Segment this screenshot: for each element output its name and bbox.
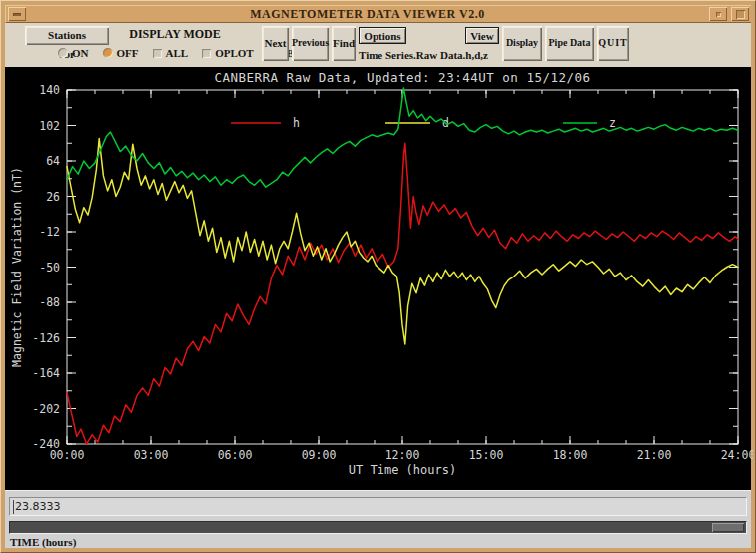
svg-text:26: 26 — [46, 190, 60, 204]
svg-text:-50: -50 — [39, 261, 60, 275]
pipe-data-button[interactable]: Pipe Data — [545, 26, 594, 61]
time-input[interactable]: 23.8333 — [9, 497, 747, 516]
scrollbar-thumb[interactable] — [712, 523, 744, 532]
svg-text:64: 64 — [46, 154, 60, 168]
window-menu-icon — [13, 13, 21, 16]
previous-button[interactable]: Previous — [292, 26, 329, 61]
svg-text:-12: -12 — [39, 225, 60, 239]
radio-on-icon — [58, 48, 68, 58]
mode-on[interactable]: ON — [58, 47, 89, 59]
svg-text:102: 102 — [39, 119, 60, 133]
svg-text:12:00: 12:00 — [385, 448, 420, 462]
quit-button[interactable]: QUIT — [597, 26, 629, 61]
checkbox-all-icon — [153, 49, 162, 58]
find-button[interactable]: Find — [332, 26, 356, 61]
mode-off[interactable]: OFF — [103, 47, 139, 59]
display-button[interactable]: Display — [502, 26, 542, 61]
app-window: MAGNETOMETER DATA VIEWER V2.0 Stations c… — [0, 0, 756, 553]
display-mode-label: DISPLAY MODE — [95, 27, 255, 42]
time-axis-label: TIME (hours) — [10, 536, 76, 548]
svg-text:03:00: 03:00 — [134, 448, 169, 462]
window-menu-button[interactable] — [8, 7, 26, 21]
svg-text:09:00: 09:00 — [302, 448, 337, 462]
svg-text:-164: -164 — [32, 366, 60, 380]
svg-text:21:00: 21:00 — [637, 448, 672, 462]
svg-text:Magnetic Field Variation (nT): Magnetic Field Variation (nT) — [10, 167, 24, 367]
svg-text:15:00: 15:00 — [469, 448, 504, 462]
svg-text:UT Time (hours): UT Time (hours) — [349, 463, 456, 477]
svg-text:-126: -126 — [32, 331, 60, 345]
toolbar: Stations cbr DISPLAY MODE ON OFF ALL — [5, 23, 751, 67]
svg-text:-88: -88 — [39, 295, 60, 309]
radio-off-icon — [103, 48, 113, 58]
mode-all[interactable]: ALL — [153, 47, 189, 59]
window-title: MAGNETOMETER DATA VIEWER V2.0 — [28, 7, 707, 22]
window-content: Stations cbr DISPLAY MODE ON OFF ALL — [5, 23, 751, 548]
svg-text:-240: -240 — [32, 437, 60, 451]
series-path-label: Time Series.Raw Data.h,d,z — [359, 49, 488, 61]
svg-text:CANBERRA Raw Data, Updated: 23: CANBERRA Raw Data, Updated: 23:44UT on 1… — [214, 70, 590, 85]
minimize-button[interactable] — [709, 7, 727, 21]
next-button[interactable]: Next — [262, 26, 289, 61]
svg-text:z: z — [609, 116, 616, 130]
svg-text:06:00: 06:00 — [218, 448, 253, 462]
plot-canvas[interactable]: CANBERRA Raw Data, Updated: 23:44UT on 1… — [5, 67, 753, 490]
time-scrollbar[interactable] — [9, 521, 747, 534]
svg-text:-202: -202 — [32, 402, 60, 416]
maximize-button[interactable] — [731, 7, 749, 21]
minimize-icon — [716, 12, 721, 17]
svg-text:18:00: 18:00 — [553, 448, 588, 462]
view-menu-button[interactable]: View — [465, 27, 499, 44]
titlebar: MAGNETOMETER DATA VIEWER V2.0 — [5, 5, 751, 23]
svg-text:140: 140 — [39, 83, 60, 97]
text-cursor-icon — [13, 501, 14, 513]
time-input-value: 23.8333 — [15, 500, 61, 513]
svg-text:24:00: 24:00 — [721, 448, 753, 462]
mode-oplot[interactable]: OPLOT — [202, 47, 254, 59]
svg-text:h: h — [293, 116, 300, 130]
maximize-icon — [736, 10, 745, 19]
plot-area[interactable]: CANBERRA Raw Data, Updated: 23:44UT on 1… — [5, 67, 751, 490]
bottom-panel: 23.8333 TIME (hours) — [5, 490, 751, 548]
checkbox-oplot-icon — [202, 49, 211, 58]
options-menu-button[interactable]: Options — [359, 27, 406, 44]
